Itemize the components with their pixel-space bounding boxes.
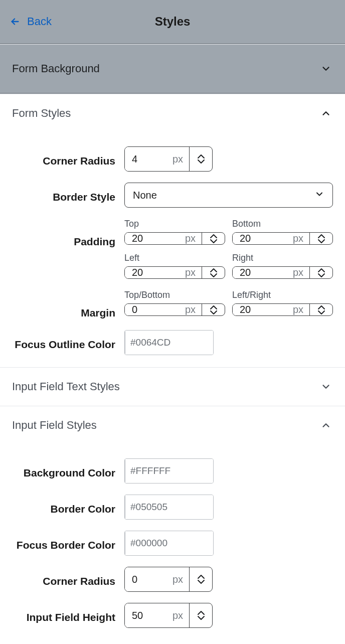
padding-right-input[interactable] (233, 267, 293, 278)
border-style-value: None (133, 190, 157, 201)
section-header-input-field-text-styles[interactable]: Input Field Text Styles (0, 368, 345, 406)
if-corner-radius-unit: px (172, 567, 189, 591)
padding-left-input[interactable] (125, 267, 185, 278)
stepper-buttons[interactable] (309, 304, 332, 315)
padding-left-unit: px (185, 267, 202, 278)
back-button[interactable]: Back (0, 15, 52, 29)
margin-tb-unit: px (185, 304, 202, 315)
chevron-down-icon (319, 380, 333, 394)
page-title: Styles (0, 15, 345, 29)
stepper-buttons[interactable] (202, 267, 225, 278)
stepper-buttons[interactable] (189, 567, 212, 591)
section-title: Input Field Styles (12, 419, 97, 432)
padding-bottom-label: Bottom (232, 219, 333, 229)
focus-border-color-picker[interactable] (124, 531, 214, 556)
chevron-down-icon (319, 62, 333, 76)
section-title: Form Background (12, 62, 100, 75)
stepper-buttons[interactable] (189, 147, 212, 171)
padding-bottom-input[interactable] (233, 233, 293, 244)
corner-radius-input[interactable] (125, 147, 172, 171)
input-field-height-input[interactable] (125, 603, 172, 627)
chevron-up-icon (319, 106, 333, 120)
margin-tb-label: Top/Bottom (124, 290, 225, 300)
input-field-height-unit: px (172, 603, 189, 627)
focus-outline-color-picker[interactable] (124, 330, 214, 355)
if-corner-radius-stepper[interactable]: px (124, 567, 213, 592)
padding-bottom-unit: px (293, 233, 309, 244)
padding-label: Padding (12, 219, 124, 248)
stepper-buttons[interactable] (189, 603, 212, 627)
stepper-buttons[interactable] (202, 304, 225, 315)
margin-lr-unit: px (293, 304, 309, 315)
border-color-hex-input[interactable] (125, 495, 214, 519)
margin-lr-input[interactable] (233, 304, 293, 315)
focus-outline-color-label: Focus Outline Color (12, 335, 124, 351)
padding-top-stepper[interactable]: px (124, 232, 225, 245)
section-input-field-text-styles: Input Field Text Styles (0, 367, 345, 406)
margin-lr-stepper[interactable]: px (232, 303, 333, 316)
border-style-select[interactable]: None (124, 183, 333, 208)
section-form-background: Form Background (0, 44, 345, 94)
background-color-hex-input[interactable] (125, 459, 214, 483)
section-title: Form Styles (12, 107, 71, 120)
padding-left-stepper[interactable]: px (124, 266, 225, 279)
padding-top-label: Top (124, 219, 225, 229)
input-field-height-label: Input Field Height (12, 607, 124, 623)
focus-border-color-label: Focus Border Color (12, 535, 124, 551)
app-header: Back Styles (0, 0, 345, 44)
padding-left-label: Left (124, 253, 225, 263)
margin-tb-input[interactable] (125, 304, 185, 315)
section-header-form-background[interactable]: Form Background (0, 45, 345, 94)
stepper-buttons[interactable] (309, 267, 332, 278)
background-color-picker[interactable] (124, 458, 214, 484)
focus-outline-color-hex-input[interactable] (125, 331, 214, 355)
section-title: Input Field Text Styles (12, 380, 120, 393)
corner-radius-unit: px (172, 147, 189, 171)
corner-radius-label: Corner Radius (12, 151, 124, 167)
margin-tb-stepper[interactable]: px (124, 303, 225, 316)
padding-bottom-stepper[interactable]: px (232, 232, 333, 245)
section-form-styles: Form Styles Corner Radius px Border S (0, 94, 345, 367)
border-color-label: Border Color (12, 499, 124, 515)
padding-top-input[interactable] (125, 233, 185, 244)
border-style-label: Border Style (12, 187, 124, 203)
section-header-input-field-styles[interactable]: Input Field Styles (0, 406, 345, 444)
chevron-up-icon (319, 418, 333, 432)
chevron-down-icon (314, 189, 324, 202)
margin-label: Margin (12, 290, 124, 319)
padding-right-stepper[interactable]: px (232, 266, 333, 279)
padding-right-label: Right (232, 253, 333, 263)
background-color-label: Background Color (12, 463, 124, 479)
focus-border-color-hex-input[interactable] (125, 531, 214, 555)
if-corner-radius-label: Corner Radius (12, 571, 124, 587)
margin-lr-label: Left/Right (232, 290, 333, 300)
input-field-height-stepper[interactable]: px (124, 603, 213, 628)
padding-top-unit: px (185, 233, 202, 244)
stepper-buttons[interactable] (202, 233, 225, 244)
back-label: Back (27, 15, 52, 28)
corner-radius-stepper[interactable]: px (124, 146, 213, 172)
if-corner-radius-input[interactable] (125, 567, 172, 591)
border-color-picker[interactable] (124, 495, 214, 520)
section-header-form-styles[interactable]: Form Styles (0, 94, 345, 132)
stepper-buttons[interactable] (309, 233, 332, 244)
back-arrow-icon (8, 15, 22, 29)
section-input-field-styles: Input Field Styles Background Color Bord… (0, 406, 345, 640)
padding-right-unit: px (293, 267, 309, 278)
